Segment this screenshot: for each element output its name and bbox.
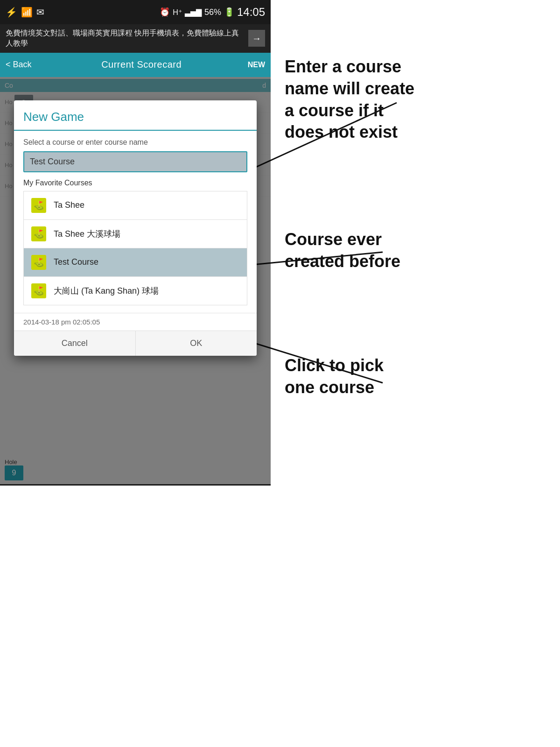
dialog-instruction: Select a course or enter course name — [23, 138, 247, 147]
course-name-ta-shee: Ta Shee — [54, 200, 84, 210]
cancel-button[interactable]: Cancel — [14, 331, 136, 356]
course-icon-ta-shee: ⛳ — [30, 197, 47, 214]
page-title: Current Scorecard — [35, 59, 248, 70]
ad-arrow-icon[interactable]: → — [248, 30, 265, 47]
signal-bars-icon: ▃▅▇ — [185, 8, 202, 17]
dialog-body: Select a course or enter course name My … — [14, 131, 257, 313]
back-button[interactable]: < Back — [6, 60, 32, 70]
dialog-actions: Cancel OK — [14, 331, 257, 356]
course-icon-ta-shee-dasi: ⛳ — [30, 226, 47, 242]
annotation-top-right: Enter a coursename will createa course i… — [285, 56, 414, 143]
annotation-middle-right: Course evercreated before — [285, 229, 400, 273]
course-item-test-course[interactable]: ⛳ Test Course — [24, 248, 247, 277]
new-button[interactable]: NEW — [248, 61, 265, 69]
app-header: < Back Current Scorecard NEW — [0, 53, 271, 77]
ok-button[interactable]: OK — [136, 331, 257, 356]
course-list: ⛳ Ta Shee ⛳ Ta Shee 大溪球場 ⛳ — [23, 191, 247, 305]
favorites-label: My Favorite Courses — [23, 179, 247, 187]
course-item-ta-shee-dasi[interactable]: ⛳ Ta Shee 大溪球場 — [24, 220, 247, 248]
course-item-ta-shee[interactable]: ⛳ Ta Shee — [24, 191, 247, 220]
annotation-bottom-right: Click to pickone course — [285, 355, 384, 399]
signal-boost-icon: H⁺ — [173, 8, 182, 17]
dialog-timestamp: 2014-03-18 pm 02:05:05 — [14, 313, 257, 331]
battery-icon: 🔋 — [224, 7, 234, 17]
phone-frame: ⚡ 📶 ✉ ⏰ H⁺ ▃▅▇ 56% 🔋 14:05 免費情境英文對話、職場商英… — [0, 0, 271, 486]
course-name-ta-kang-shan: 大崗山 (Ta Kang Shan) 球場 — [54, 285, 159, 296]
course-item-ta-kang-shan[interactable]: ⛳ 大崗山 (Ta Kang Shan) 球場 — [24, 277, 247, 305]
new-game-dialog: New Game Select a course or enter course… — [14, 100, 257, 356]
course-icon-test-course: ⛳ — [30, 254, 47, 271]
status-icons-right: ⏰ H⁺ ▃▅▇ 56% 🔋 14:05 — [160, 6, 265, 19]
usb-icon: ⚡ — [6, 7, 17, 18]
course-name-test-course: Test Course — [54, 257, 98, 267]
status-bar: ⚡ 📶 ✉ ⏰ H⁺ ▃▅▇ 56% 🔋 14:05 — [0, 0, 271, 24]
course-name-input[interactable] — [23, 151, 247, 172]
status-icons-left: ⚡ 📶 ✉ — [6, 7, 44, 18]
battery-percent: 56% — [204, 7, 221, 17]
course-icon-ta-kang-shan: ⛳ — [30, 282, 47, 299]
dialog-title: New Game — [14, 100, 257, 131]
wifi-icon: 📶 — [21, 7, 33, 18]
alarm-icon: ⏰ — [160, 7, 170, 17]
ad-banner[interactable]: 免費情境英文對話、職場商英實用課程 快用手機填表，免費體驗線上真人教學 → — [0, 24, 271, 53]
ad-text: 免費情境英文對話、職場商英實用課程 快用手機填表，免費體驗線上真人教學 — [6, 28, 245, 49]
mail-icon: ✉ — [36, 7, 44, 18]
time-display: 14:05 — [237, 6, 265, 19]
course-name-ta-shee-dasi: Ta Shee 大溪球場 — [54, 228, 120, 240]
